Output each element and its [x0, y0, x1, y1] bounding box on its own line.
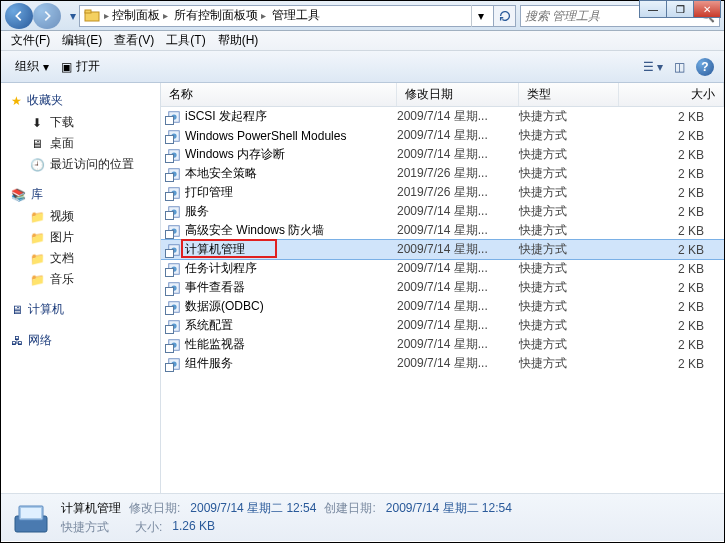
breadcrumb-item[interactable]: 控制面板▸ [109, 6, 171, 26]
file-type: 快捷方式 [519, 203, 619, 220]
column-name[interactable]: 名称 [161, 83, 397, 106]
file-type: 快捷方式 [519, 260, 619, 277]
svg-point-9 [171, 171, 176, 176]
file-date: 2009/7/14 星期... [397, 298, 519, 315]
file-type: 快捷方式 [519, 241, 619, 258]
navigation-pane[interactable]: ★收藏夹 ⬇下载 🖥桌面 🕘最近访问的位置 📚库 📁视频 📁图片 📁文档 📁音乐… [1, 83, 161, 493]
file-row[interactable]: 打印管理2019/7/26 星期...快捷方式2 KB [161, 183, 724, 202]
file-row[interactable]: iSCSI 发起程序2009/7/14 星期...快捷方式2 KB [161, 107, 724, 126]
file-date: 2009/7/14 星期... [397, 355, 519, 372]
svg-point-17 [171, 247, 176, 252]
file-row[interactable]: 任务计划程序2009/7/14 星期...快捷方式2 KB [161, 259, 724, 278]
file-date: 2009/7/14 星期... [397, 241, 519, 258]
file-date: 2019/7/26 星期... [397, 165, 519, 182]
sidebar-item-music[interactable]: 📁音乐 [1, 269, 160, 290]
svg-point-29 [171, 361, 176, 366]
file-date: 2009/7/14 星期... [397, 317, 519, 334]
file-date: 2009/7/14 星期... [397, 146, 519, 163]
shortcut-icon [165, 261, 183, 277]
file-date: 2009/7/14 星期... [397, 127, 519, 144]
shortcut-icon [165, 128, 183, 144]
file-type: 快捷方式 [519, 355, 619, 372]
minimize-button[interactable]: — [639, 0, 667, 18]
column-size[interactable]: 大小 [619, 83, 724, 106]
file-row[interactable]: 服务2009/7/14 星期...快捷方式2 KB [161, 202, 724, 221]
file-name: 组件服务 [183, 355, 397, 372]
file-size: 2 KB [619, 110, 724, 124]
sidebar-item-videos[interactable]: 📁视频 [1, 206, 160, 227]
file-row[interactable]: 本地安全策略2019/7/26 星期...快捷方式2 KB [161, 164, 724, 183]
sidebar-item-downloads[interactable]: ⬇下载 [1, 112, 160, 133]
file-list[interactable]: iSCSI 发起程序2009/7/14 星期...快捷方式2 KBWindows… [161, 107, 724, 493]
file-row[interactable]: Windows 内存诊断2009/7/14 星期...快捷方式2 KB [161, 145, 724, 164]
sidebar-favorites-header[interactable]: ★收藏夹 [1, 89, 160, 112]
documents-icon: 📁 [29, 251, 45, 267]
shortcut-icon [165, 223, 183, 239]
column-headers: 名称 修改日期 类型 大小 [161, 83, 724, 107]
file-row[interactable]: 性能监视器2009/7/14 星期...快捷方式2 KB [161, 335, 724, 354]
sidebar-item-recent[interactable]: 🕘最近访问的位置 [1, 154, 160, 175]
file-row[interactable]: 系统配置2009/7/14 星期...快捷方式2 KB [161, 316, 724, 335]
file-row[interactable]: 数据源(ODBC)2009/7/14 星期...快捷方式2 KB [161, 297, 724, 316]
file-date: 2019/7/26 星期... [397, 184, 519, 201]
sidebar-computer-header[interactable]: 🖥计算机 [1, 298, 160, 321]
shortcut-icon [165, 299, 183, 315]
file-row[interactable]: 事件查看器2009/7/14 星期...快捷方式2 KB [161, 278, 724, 297]
file-name: 服务 [183, 203, 397, 220]
file-row[interactable]: 计算机管理2009/7/14 星期...快捷方式2 KB [161, 240, 724, 259]
svg-point-21 [171, 285, 176, 290]
file-type: 快捷方式 [519, 336, 619, 353]
file-date: 2009/7/14 星期... [397, 222, 519, 239]
titlebar: ▾ ▸ 控制面板▸ 所有控制面板项▸ 管理工具 ▾ 🔍 [1, 1, 724, 31]
menu-view[interactable]: 查看(V) [108, 30, 160, 51]
menu-edit[interactable]: 编辑(E) [56, 30, 108, 51]
svg-point-13 [171, 209, 176, 214]
file-size: 2 KB [619, 243, 724, 257]
sidebar-network-header[interactable]: 🖧网络 [1, 329, 160, 352]
file-size: 2 KB [619, 129, 724, 143]
breadcrumb-item[interactable]: 管理工具 [269, 6, 323, 26]
file-type: 快捷方式 [519, 127, 619, 144]
network-icon: 🖧 [11, 334, 23, 348]
file-row[interactable]: Windows PowerShell Modules2009/7/14 星期..… [161, 126, 724, 145]
column-type[interactable]: 类型 [519, 83, 619, 106]
nav-history-dropdown[interactable]: ▾ [67, 4, 79, 28]
pictures-icon: 📁 [29, 230, 45, 246]
details-title: 计算机管理 [61, 500, 121, 517]
file-row[interactable]: 高级安全 Windows 防火墙2009/7/14 星期...快捷方式2 KB [161, 221, 724, 240]
breadcrumb-item[interactable]: 所有控制面板项▸ [171, 6, 269, 26]
help-button[interactable]: ? [694, 56, 716, 78]
svg-point-19 [171, 266, 176, 271]
file-row[interactable]: 组件服务2009/7/14 星期...快捷方式2 KB [161, 354, 724, 373]
library-icon: 📚 [11, 188, 26, 202]
file-date: 2009/7/14 星期... [397, 203, 519, 220]
preview-pane-button[interactable]: ◫ [668, 56, 690, 78]
details-pane: 计算机管理 修改日期: 2009/7/14 星期二 12:54 创建日期: 20… [1, 493, 724, 541]
address-bar[interactable]: ▸ 控制面板▸ 所有控制面板项▸ 管理工具 ▾ [79, 5, 494, 27]
sidebar-item-desktop[interactable]: 🖥桌面 [1, 133, 160, 154]
file-type: 快捷方式 [519, 108, 619, 125]
open-button[interactable]: ▣ 打开 [55, 55, 106, 78]
svg-point-5 [171, 133, 176, 138]
sidebar-item-documents[interactable]: 📁文档 [1, 248, 160, 269]
close-button[interactable]: ✕ [693, 0, 721, 18]
column-date[interactable]: 修改日期 [397, 83, 519, 106]
sidebar-libraries-header[interactable]: 📚库 [1, 183, 160, 206]
file-date: 2009/7/14 星期... [397, 336, 519, 353]
shortcut-icon [165, 242, 183, 258]
shortcut-icon [165, 356, 183, 372]
forward-button[interactable] [33, 3, 61, 29]
menu-tools[interactable]: 工具(T) [160, 30, 211, 51]
file-date: 2009/7/14 星期... [397, 260, 519, 277]
menu-help[interactable]: 帮助(H) [212, 30, 265, 51]
back-button[interactable] [5, 3, 33, 29]
refresh-button[interactable] [494, 5, 516, 27]
menu-file[interactable]: 文件(F) [5, 30, 56, 51]
view-options-button[interactable]: ☰ ▾ [642, 56, 664, 78]
organize-button[interactable]: 组织 ▾ [9, 55, 55, 78]
file-size: 2 KB [619, 281, 724, 295]
maximize-button[interactable]: ❐ [666, 0, 694, 18]
address-dropdown[interactable]: ▾ [471, 5, 489, 27]
sidebar-item-pictures[interactable]: 📁图片 [1, 227, 160, 248]
file-name: 本地安全策略 [183, 165, 397, 182]
